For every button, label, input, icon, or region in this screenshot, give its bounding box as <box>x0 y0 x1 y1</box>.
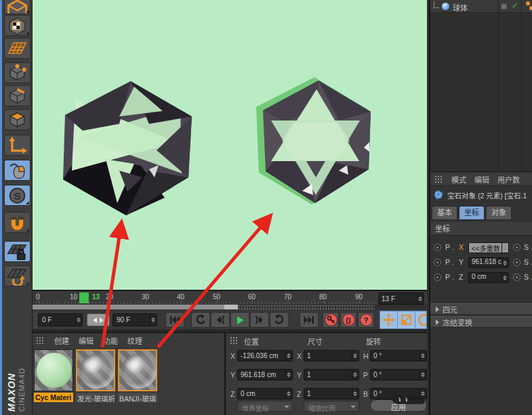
coordinate-manager-panel: 位置 尺寸 旋转 X -126.036 cm X 1 H 0 ° Y 961.6… <box>226 332 427 415</box>
keyframe-help-button[interactable]: ? <box>358 312 374 328</box>
range-end-field[interactable]: 90 F <box>112 313 157 326</box>
sz-key-ring-icon[interactable] <box>513 274 520 281</box>
range-start-spinner[interactable] <box>75 314 81 326</box>
px-spinner[interactable] <box>502 243 508 253</box>
current-frame-marker[interactable] <box>79 292 89 303</box>
tab-object[interactable]: 对象 <box>486 206 512 220</box>
quaternion-group-header[interactable]: 四元 <box>430 303 532 315</box>
next-key-button[interactable] <box>270 312 289 328</box>
render-settings-button[interactable] <box>4 15 30 36</box>
coordinate-space-dropdown[interactable]: 世界坐标 <box>237 401 293 412</box>
layer-dot-icon[interactable] <box>529 6 532 10</box>
panel-grip-icon[interactable] <box>36 336 45 345</box>
object-label[interactable]: 球体 <box>453 2 468 13</box>
next-frame-icon <box>254 315 265 324</box>
rotate-tool-button[interactable] <box>415 311 427 328</box>
material-thumb-cyc[interactable] <box>34 349 73 391</box>
object-row-sphere[interactable]: 球体 ✓ <box>430 0 532 13</box>
size-y-input[interactable]: 1 <box>304 369 359 380</box>
freeze-transform-group-header[interactable]: 冻结变换 <box>430 316 532 328</box>
menu-userdata[interactable]: 用户数 <box>497 174 520 185</box>
timeline-ruler[interactable]: 0 10 20 30 40 50 60 70 80 90 13 13 F <box>33 290 427 305</box>
py-row: P . Y 961.618 c S . <box>430 257 532 269</box>
enabled-check-icon[interactable]: ✓ <box>512 1 518 10</box>
menu-edit[interactable]: 编辑 <box>474 174 489 185</box>
menu-create[interactable]: 创建 <box>54 335 69 346</box>
magnet-button[interactable] <box>4 212 30 233</box>
panel-grip-icon[interactable] <box>33 312 37 328</box>
sx-label: S . <box>524 243 532 251</box>
material-thumb-glow-glass[interactable] <box>76 349 115 391</box>
prev-key-button[interactable] <box>191 312 210 328</box>
py-input[interactable]: 961.618 c <box>468 257 509 268</box>
layer-dot-icon[interactable] <box>526 1 530 5</box>
menu-function[interactable]: 功能 <box>103 335 118 346</box>
menu-mode[interactable]: 模式 <box>451 174 466 185</box>
pos-x-input[interactable]: -126.036 cm <box>237 350 293 362</box>
panel-grip-icon[interactable] <box>230 336 239 345</box>
scroll-handle[interactable] <box>224 305 238 309</box>
timeline-scrollbar[interactable] <box>33 305 375 309</box>
range-start-field[interactable]: 0 F <box>38 313 83 326</box>
tab-basic[interactable]: 基本 <box>432 206 457 220</box>
px-key-ring-icon[interactable] <box>434 244 441 251</box>
points-mode-button[interactable] <box>4 62 30 83</box>
viewport-button[interactable] <box>4 160 30 181</box>
workplane-lock-button[interactable] <box>4 241 30 262</box>
autokey-button[interactable]: () <box>340 312 356 328</box>
pz-spinner[interactable] <box>502 273 508 282</box>
pos-y-input[interactable]: 961.618 cm <box>237 369 293 380</box>
px-row: P . X <<多重数 S . <box>430 242 532 254</box>
py-key-ring-icon[interactable] <box>434 259 441 266</box>
tab-coordinates[interactable]: 坐标 <box>459 206 485 220</box>
range-end-spinner[interactable] <box>150 314 156 326</box>
glass-material-preview <box>121 353 157 389</box>
gem-object-icon <box>434 190 443 200</box>
material-name-cyc[interactable]: Cyc Materi <box>34 393 73 402</box>
frame-step-button[interactable] <box>87 313 110 326</box>
size-x-input[interactable]: 1 <box>304 350 359 362</box>
scale-mode-dropdown[interactable]: 缩放比例 <box>304 401 359 412</box>
record-keyframe-button[interactable] <box>323 312 339 328</box>
menu-texture[interactable]: 纹理 <box>127 335 142 346</box>
size-z-input[interactable]: 1 <box>304 388 359 399</box>
px-input[interactable]: <<多重数 <box>468 242 509 253</box>
rot-h-input[interactable]: 0 ° <box>370 350 427 362</box>
workplane-grid-icon <box>6 39 28 57</box>
viewport-3d[interactable] <box>33 0 427 290</box>
tool-cluster <box>380 311 427 329</box>
workplane-rotate-button[interactable] <box>4 265 30 286</box>
convert-tool-button[interactable] <box>4 0 30 14</box>
move-tool-button[interactable] <box>380 311 398 328</box>
sx-key-ring-icon[interactable] <box>513 244 520 251</box>
frame-field[interactable]: 13 F <box>378 292 424 305</box>
snap-button[interactable]: S <box>4 185 30 206</box>
play-icon <box>235 315 245 325</box>
panel-grip-icon[interactable] <box>434 175 443 183</box>
object-manager-panel: 球体 ✓ <box>429 0 532 171</box>
workplane-button[interactable] <box>4 38 30 59</box>
pz-key-ring-icon[interactable] <box>434 274 441 281</box>
pos-z-input[interactable]: 0 cm <box>237 388 293 399</box>
material-name-banji-glass[interactable]: BANJI-玻璃 <box>118 393 157 402</box>
pz-input[interactable]: 0 cm <box>468 272 509 283</box>
rot-p-input[interactable]: 0 ° <box>370 369 427 380</box>
next-frame-button[interactable] <box>250 312 269 328</box>
py-spinner[interactable] <box>502 258 508 267</box>
prev-frame-button[interactable] <box>211 312 230 328</box>
edges-mode-button[interactable] <box>4 85 30 106</box>
material-name-glow-glass[interactable]: 发光-玻璃折 <box>76 393 115 402</box>
transport-bar: 0 F 90 F <box>33 309 427 330</box>
axis-mode-button[interactable] <box>4 135 30 156</box>
display-toggle-icon[interactable] <box>501 3 507 9</box>
frame-field-spinner[interactable] <box>417 293 423 304</box>
polygons-mode-button[interactable] <box>4 109 30 130</box>
play-button[interactable] <box>230 312 249 328</box>
sy-key-ring-icon[interactable] <box>513 259 520 266</box>
material-thumb-banji-glass[interactable] <box>118 349 157 391</box>
menu-edit[interactable]: 编辑 <box>79 335 94 346</box>
goto-start-button[interactable] <box>165 312 184 328</box>
om-column-divider <box>521 0 522 171</box>
scale-tool-button[interactable] <box>398 311 415 328</box>
goto-end-button[interactable] <box>300 312 319 328</box>
